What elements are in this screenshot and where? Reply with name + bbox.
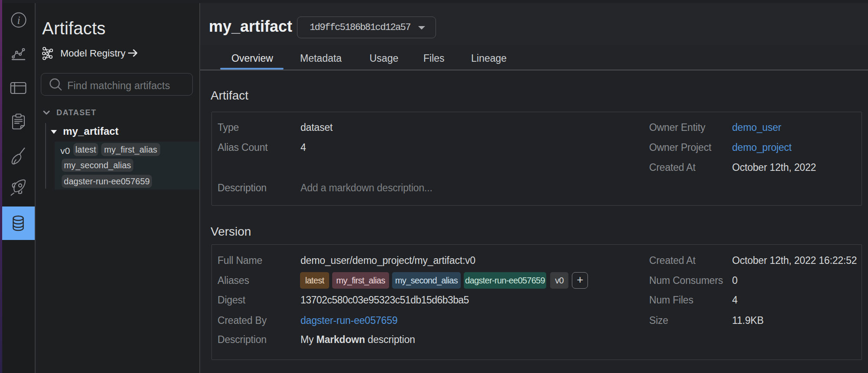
svg-text:i: i [17,14,20,27]
